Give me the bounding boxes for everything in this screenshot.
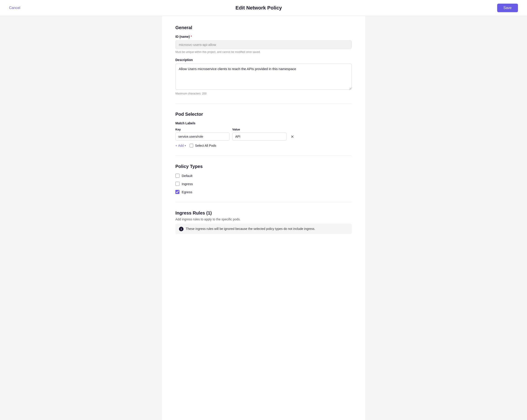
required-indicator: *: [191, 35, 192, 38]
ingress-rules-section: Ingress Rules (1) Add ingress rules to a…: [175, 210, 352, 234]
key-col-label: Key: [175, 128, 230, 131]
ingress-label[interactable]: Ingress: [182, 182, 193, 186]
select-all-pods-label[interactable]: Select All Pods: [190, 144, 216, 147]
policy-types-title: Policy Types: [175, 164, 352, 169]
description-label: Description: [175, 58, 352, 62]
value-input[interactable]: [232, 133, 286, 141]
policy-type-default: Default: [175, 174, 352, 178]
egress-checkbox[interactable]: [175, 190, 179, 194]
info-icon: i: [179, 227, 184, 231]
id-label: ID (name) *: [175, 35, 352, 38]
main-content: General ID (name) * Must be unique withi…: [162, 16, 365, 420]
ingress-rules-title: Ingress Rules (1): [175, 210, 352, 216]
select-all-pods-text: Select All Pods: [195, 144, 216, 147]
add-label: Add: [178, 144, 184, 147]
id-input[interactable]: [175, 40, 352, 49]
save-button[interactable]: Save: [497, 4, 518, 12]
egress-label[interactable]: Egress: [182, 190, 192, 194]
add-button[interactable]: + Add ▾: [175, 144, 186, 147]
general-section: General ID (name) * Must be unique withi…: [175, 25, 352, 95]
policy-type-egress: Egress: [175, 190, 352, 194]
description-textarea[interactable]: Allow Users microservice clients to reac…: [175, 64, 352, 90]
ingress-checkbox[interactable]: [175, 182, 179, 186]
value-col: Value: [232, 128, 286, 141]
remove-label-button[interactable]: ✕: [289, 133, 295, 140]
general-section-title: General: [175, 25, 352, 30]
page-header: Cancel Edit Network Policy Save: [0, 0, 527, 16]
select-all-pods-checkbox[interactable]: [190, 144, 193, 147]
id-hint: Must be unique within this project, and …: [175, 50, 352, 54]
key-input[interactable]: [175, 133, 230, 141]
info-banner-text: These ingress rules will be ignored beca…: [186, 226, 315, 231]
id-field-group: ID (name) * Must be unique within this p…: [175, 35, 352, 54]
match-labels-title: Match Labels: [175, 122, 352, 125]
description-field-group: Description Allow Users microservice cli…: [175, 58, 352, 95]
pod-selector-title: Pod Selector: [175, 112, 352, 117]
add-row: + Add ▾ Select All Pods: [175, 144, 352, 147]
default-label[interactable]: Default: [182, 174, 193, 178]
value-col-label: Value: [232, 128, 286, 131]
default-checkbox[interactable]: [175, 174, 179, 178]
policy-types-section: Policy Types Default Ingress Egress: [175, 164, 352, 194]
page-title: Edit Network Policy: [235, 5, 282, 11]
chevron-down-icon: ▾: [185, 144, 186, 147]
close-icon: ✕: [291, 134, 294, 139]
plus-icon: +: [175, 144, 177, 147]
match-labels-grid: Key Value ✕: [175, 128, 352, 141]
section-divider-2: [175, 155, 352, 156]
key-col: Key: [175, 128, 230, 141]
section-divider-3: [175, 202, 352, 202]
pod-selector-section: Pod Selector Match Labels Key Value ✕ + …: [175, 112, 352, 147]
policy-type-ingress: Ingress: [175, 182, 352, 186]
char-count: Maximum characters: 200: [175, 92, 352, 95]
info-banner: i These ingress rules will be ignored be…: [175, 224, 352, 234]
cancel-button[interactable]: Cancel: [9, 4, 20, 12]
policy-types-list: Default Ingress Egress: [175, 174, 352, 194]
ingress-rules-subtitle: Add ingress rules to apply to the specif…: [175, 218, 352, 221]
